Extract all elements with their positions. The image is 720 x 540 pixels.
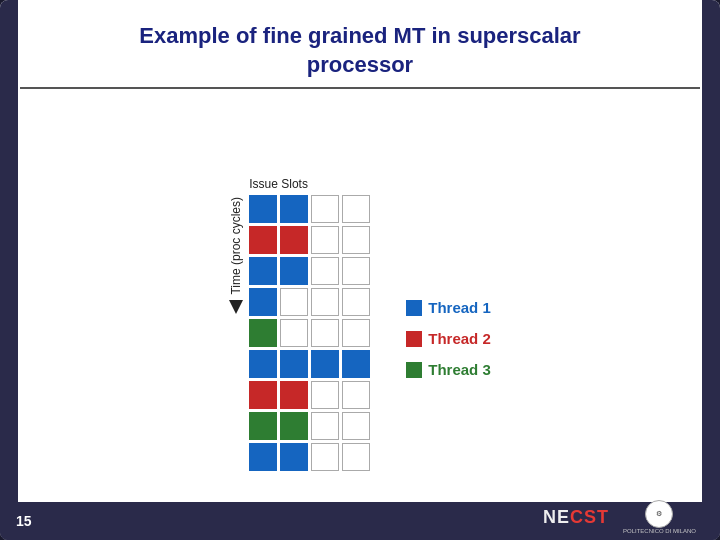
grid-cell: [342, 257, 370, 285]
logo-polimi: ⚙ POLITECNICO DI MILANO: [623, 500, 696, 534]
grid-cell: [280, 381, 308, 409]
grid-cell: [280, 350, 308, 378]
table-row: [249, 257, 370, 285]
table-row: [249, 288, 370, 316]
grid-cell: [249, 350, 277, 378]
grid-cell: [342, 195, 370, 223]
arrow-down-icon: [229, 300, 243, 314]
slide-title: Example of fine grained MT in superscala…: [0, 22, 720, 79]
grid-cell: [249, 257, 277, 285]
table-row: [249, 195, 370, 223]
grid-cell: [280, 412, 308, 440]
issue-slots-label: Issue Slots: [249, 177, 370, 191]
grid-cell: [249, 226, 277, 254]
table-row: [249, 443, 370, 471]
grid-cell: [342, 350, 370, 378]
grid-cell: [249, 288, 277, 316]
grid-cell: [280, 443, 308, 471]
grid-cell: [249, 412, 277, 440]
grid-cell: [311, 288, 339, 316]
table-row: [249, 319, 370, 347]
legend-item-thread2: Thread 2: [406, 330, 491, 347]
y-axis-label: Time (proc cycles): [229, 197, 243, 295]
legend-label: Thread 1: [428, 299, 491, 316]
legend-color-box: [406, 362, 422, 378]
table-row: [249, 226, 370, 254]
logo-polimi-circle: ⚙: [645, 500, 673, 528]
grid-cell: [280, 319, 308, 347]
grid-cell: [311, 195, 339, 223]
content-area: Time (proc cycles) Issue Slots Thread 1T…: [0, 107, 720, 540]
legend-color-box: [406, 331, 422, 347]
grid-cell: [342, 381, 370, 409]
grid-cell: [249, 443, 277, 471]
grid-cell: [249, 381, 277, 409]
grid-cell: [342, 288, 370, 316]
title-area: Example of fine grained MT in superscala…: [0, 22, 720, 89]
grid-cell: [249, 195, 277, 223]
table-row: [249, 350, 370, 378]
grid-cell: [342, 319, 370, 347]
grid-cell: [249, 319, 277, 347]
grid-cell: [280, 195, 308, 223]
title-divider: [20, 87, 700, 89]
legend-item-thread3: Thread 3: [406, 361, 491, 378]
grid-cell: [311, 443, 339, 471]
bottom-bar: 15 NECST ⚙ POLITECNICO DI MILANO: [0, 502, 720, 540]
logo-polimi-text: POLITECNICO DI MILANO: [623, 528, 696, 534]
grid-cell: [342, 412, 370, 440]
diagram: Time (proc cycles) Issue Slots: [229, 177, 370, 471]
grid-cell: [280, 226, 308, 254]
grid-cell: [311, 257, 339, 285]
grid-cell: [342, 443, 370, 471]
logo-area: NECST ⚙ POLITECNICO DI MILANO: [543, 500, 696, 534]
table-row: [249, 381, 370, 409]
legend-label: Thread 3: [428, 361, 491, 378]
table-row: [249, 412, 370, 440]
legend-color-box: [406, 300, 422, 316]
grid-cell: [280, 288, 308, 316]
grid-cell: [311, 381, 339, 409]
grid-cell: [311, 226, 339, 254]
legend-label: Thread 2: [428, 330, 491, 347]
slide: Example of fine grained MT in superscala…: [0, 0, 720, 540]
grid-area: Issue Slots: [249, 177, 370, 471]
grid-cell: [280, 257, 308, 285]
grid-rows: [249, 195, 370, 471]
y-axis: Time (proc cycles): [229, 197, 243, 315]
grid-cell: [342, 226, 370, 254]
grid-cell: [311, 412, 339, 440]
grid-cell: [311, 350, 339, 378]
grid-cell: [311, 319, 339, 347]
slide-number: 15: [16, 513, 32, 529]
legend-item-thread1: Thread 1: [406, 299, 491, 316]
logo-ne: NECST: [543, 507, 609, 528]
legend: Thread 1Thread 2Thread 3: [406, 299, 491, 378]
